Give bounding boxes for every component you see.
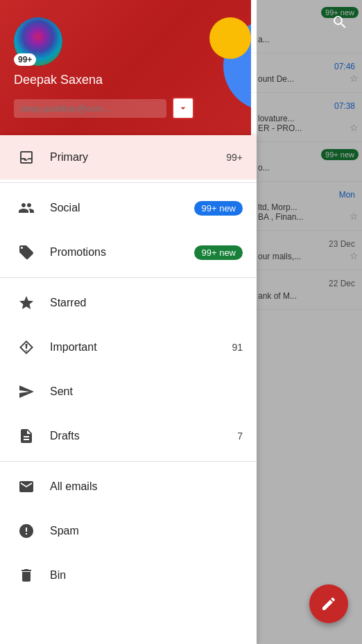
- sidebar-item-label: Starred: [50, 297, 243, 309]
- sidebar-item-social[interactable]: Social 99+ new: [0, 186, 257, 230]
- bin-icon: [14, 563, 39, 588]
- sidebar-item-sent[interactable]: Sent: [0, 369, 257, 414]
- email-field-container: [14, 97, 194, 119]
- compose-fab[interactable]: [309, 584, 348, 623]
- avatar-container[interactable]: 99+: [14, 17, 62, 66]
- email-field[interactable]: [14, 99, 166, 118]
- sidebar-item-important[interactable]: Important 91: [0, 325, 257, 369]
- sidebar-item-bin[interactable]: Bin: [0, 553, 257, 598]
- sidebar-item-count: 91: [232, 342, 243, 353]
- sidebar-item-count: 7: [237, 430, 243, 442]
- sidebar-item-label: Spam: [50, 525, 243, 537]
- sidebar-item-label: Important: [50, 341, 232, 354]
- sidebar-drawer: Primary 99+ Social 99+ new Promotions 99…: [0, 135, 257, 644]
- sidebar-item-label: All emails: [50, 480, 243, 493]
- divider: [0, 277, 257, 278]
- sidebar-item-drafts[interactable]: Drafts 7: [0, 414, 257, 458]
- sidebar-item-starred[interactable]: Starred: [0, 281, 257, 325]
- sidebar-item-label: Sent: [50, 385, 243, 398]
- shape-yellow: [209, 17, 251, 59]
- sidebar-item-label: Primary: [50, 151, 226, 164]
- divider: [0, 182, 257, 183]
- new-badge-blue: 99+ new: [194, 201, 243, 216]
- sidebar-item-promotions[interactable]: Promotions 99+ new: [0, 230, 257, 275]
- avatar-badge: 99+: [14, 53, 36, 66]
- user-name: Deepak Saxena: [14, 73, 103, 87]
- divider: [0, 461, 257, 462]
- sidebar-item-primary[interactable]: Primary 99+: [0, 135, 257, 180]
- star-icon: [14, 290, 39, 315]
- important-icon: [14, 335, 39, 360]
- overlay-dim: [257, 0, 362, 644]
- sidebar-item-all-emails[interactable]: All emails: [0, 464, 257, 509]
- inbox-icon: [14, 145, 39, 170]
- social-icon: [14, 195, 39, 220]
- sidebar-item-label: Drafts: [50, 430, 237, 442]
- sidebar-item-label: Promotions: [50, 246, 194, 259]
- spam-icon: [14, 519, 39, 543]
- sidebar-item-count: 99+: [226, 152, 243, 163]
- sidebar-item-label: Social: [50, 202, 194, 214]
- promotions-icon: [14, 240, 39, 265]
- account-dropdown-button[interactable]: [172, 97, 194, 119]
- search-icon[interactable]: [331, 14, 348, 35]
- sidebar-item-label: Bin: [50, 569, 243, 582]
- new-badge-green: 99+ new: [194, 245, 243, 260]
- all-emails-icon: [14, 474, 39, 499]
- sent-icon: [14, 379, 39, 404]
- drafts-icon: [14, 424, 39, 449]
- sidebar-item-spam[interactable]: Spam: [0, 509, 257, 553]
